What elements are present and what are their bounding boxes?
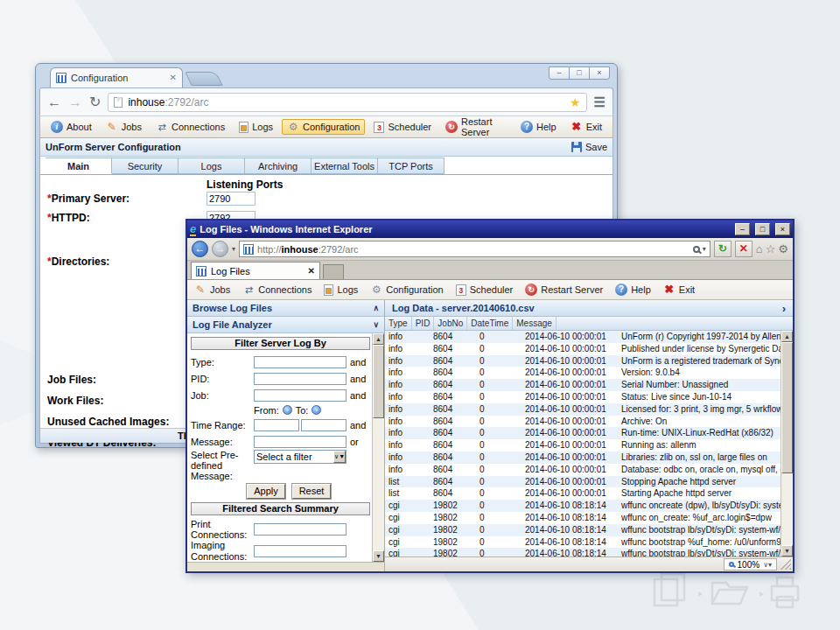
app-nav-item[interactable]: Restart Server [523, 283, 605, 297]
menu-icon[interactable]: ☰ [594, 94, 606, 110]
table-row[interactable]: info 8604 0 2014-06-10 00:00:01 Librarie… [385, 452, 780, 464]
app-nav-item[interactable]: Restart Server [440, 115, 512, 139]
scrollbar-thumb[interactable] [373, 345, 384, 418]
back-icon[interactable]: ← [47, 95, 61, 109]
table-row[interactable]: cgi 19802 0 2014-06-10 08:18:14 wffunc o… [385, 500, 780, 512]
bookmark-star-icon[interactable]: ★ [570, 95, 581, 109]
chevron-down-icon[interactable]: ▼ [333, 451, 346, 463]
table-row[interactable]: info 8604 0 2014-06-10 00:00:01 Version:… [385, 367, 780, 379]
config-tab[interactable]: TCP Ports [378, 158, 444, 174]
forward-icon[interactable]: → [68, 95, 82, 109]
close-icon[interactable]: × [589, 66, 610, 80]
table-row[interactable]: list 8604 0 2014-06-10 00:00:01 Stopping… [385, 476, 780, 488]
scrollbar-thumb[interactable] [781, 342, 793, 473]
favorites-star-icon[interactable]: ☆ [766, 243, 776, 256]
address-bar[interactable]: inhouse:2792/arc ★ [108, 93, 586, 112]
table-row[interactable]: info 8604 0 2014-06-10 00:00:01 UnForm i… [385, 355, 780, 368]
ie-address-bar[interactable]: http://inhouse:2792/arc ▾ [239, 241, 710, 257]
app-nav-item[interactable]: Configuration [282, 119, 365, 135]
app-nav-item[interactable]: Configuration [368, 283, 444, 297]
summary-input[interactable] [254, 545, 346, 557]
config-tab[interactable]: Logs [178, 158, 245, 174]
config-tab[interactable]: Archiving [245, 158, 312, 174]
search-dropdown-icon[interactable]: ▾ [703, 245, 706, 253]
chrome-titlebar[interactable]: Configuration ✕ – □ × [39, 64, 613, 88]
history-dropdown-icon[interactable]: ▾ [232, 245, 235, 253]
app-nav-item[interactable]: Logs [234, 120, 278, 135]
app-nav-item[interactable]: Scheduler [368, 120, 437, 135]
table-row[interactable]: info 8604 0 2014-06-10 00:00:01 Publishe… [385, 343, 780, 355]
app-nav-item[interactable]: Scheduler [454, 284, 515, 297]
app-nav-item[interactable]: Exit [662, 283, 696, 297]
save-button[interactable]: Save [571, 142, 607, 152]
app-nav-item[interactable]: Connections [150, 119, 230, 135]
to-time-picker-icon[interactable]: › [312, 405, 321, 415]
table-row[interactable]: info 8604 0 2014-06-10 00:00:01 Running … [385, 439, 780, 452]
table-row[interactable]: list 8604 0 2014-06-10 00:00:01 Starting… [385, 487, 780, 500]
new-tab-button[interactable] [323, 264, 344, 279]
forward-icon[interactable]: → [212, 241, 228, 257]
minimize-icon[interactable]: – [549, 66, 570, 80]
chevron-right-icon[interactable]: › [782, 302, 786, 315]
chrome-tab-configuration[interactable]: Configuration ✕ [50, 67, 183, 88]
primary-server-input[interactable] [206, 192, 256, 206]
config-tab[interactable]: External Tools [312, 158, 378, 174]
tab-close-icon[interactable]: ✕ [170, 74, 177, 82]
app-nav-item[interactable]: Logs [322, 284, 360, 297]
table-row[interactable]: cgi 19802 0 2014-06-10 08:18:14 wffunc b… [385, 524, 780, 536]
minimize-icon[interactable]: – [735, 223, 750, 235]
from-time-picker-icon[interactable]: › [283, 405, 292, 415]
table-scrollbar[interactable]: ▲ ▼ [780, 331, 793, 556]
scroll-up-icon[interactable]: ▲ [373, 333, 384, 345]
table-row[interactable]: info 8604 0 2014-06-10 00:00:01 Status: … [385, 391, 780, 403]
resize-grip[interactable] [780, 559, 791, 570]
close-icon[interactable]: × [775, 223, 790, 235]
table-row[interactable]: info 8604 0 2014-06-10 00:00:01 Serial N… [385, 379, 780, 391]
stop-icon[interactable]: ✕ [735, 241, 752, 257]
ie-tab-log-files[interactable]: Log Files ✕ [191, 262, 320, 279]
app-nav-item[interactable]: Jobs [192, 283, 232, 297]
app-nav-item[interactable]: Help [515, 119, 562, 135]
scroll-down-icon[interactable]: ▼ [781, 545, 793, 556]
app-nav-item[interactable]: Jobs [101, 119, 147, 135]
app-nav-item[interactable]: Help [613, 283, 653, 297]
scroll-down-icon[interactable]: ▼ [373, 550, 384, 562]
zoom-control[interactable]: 100% ▾ [724, 558, 777, 570]
table-row[interactable]: info 8604 0 2014-06-10 00:00:01 Run-time… [385, 427, 780, 439]
time-range-from-input[interactable] [254, 419, 299, 431]
message-input[interactable] [254, 436, 346, 448]
sidebar-section-header[interactable]: Log File Analyzer [187, 317, 384, 333]
app-nav-item[interactable]: Connections [241, 283, 313, 297]
back-icon[interactable]: ← [192, 241, 208, 257]
app-nav-item[interactable]: Exit [565, 119, 607, 135]
table-row[interactable]: cgi 19802 0 2014-06-10 08:18:14 wffunc o… [385, 512, 780, 524]
refresh-icon[interactable]: ↻ [714, 241, 732, 257]
filter-input[interactable] [254, 389, 346, 402]
search-icon[interactable] [693, 246, 700, 253]
config-tab[interactable]: Security [112, 158, 178, 174]
scroll-up-icon[interactable]: ▲ [781, 331, 793, 342]
table-row[interactable]: info 8604 0 2014-06-10 00:00:01 Archive:… [385, 416, 780, 428]
sidebar-section-header[interactable]: Browse Log Files [187, 300, 384, 317]
table-row[interactable]: info 8604 0 2014-06-10 00:00:01 Licensed… [385, 403, 780, 416]
summary-input[interactable] [254, 523, 346, 536]
apply-button[interactable]: Apply [247, 484, 285, 499]
table-row[interactable]: info 8604 0 2014-06-10 00:00:01 Database… [385, 464, 780, 476]
gear-icon[interactable]: ⚙ [778, 243, 788, 256]
config-tab[interactable]: Main [46, 158, 112, 174]
chevron-down-icon[interactable]: ▾ [763, 561, 772, 569]
log-data-header[interactable]: Log Data - server.20140610.csv › [385, 300, 793, 317]
app-nav-item[interactable]: About [46, 119, 97, 135]
time-range-to-input[interactable] [301, 419, 346, 431]
predefined-select[interactable]: Select a filter ▼ [254, 450, 346, 464]
table-row[interactable]: info 8604 0 2014-06-10 00:00:01 UnForm (… [385, 331, 780, 343]
filter-input[interactable] [254, 356, 346, 368]
filter-input[interactable] [254, 373, 346, 385]
table-row[interactable]: cgi 19802 0 2014-06-10 08:18:14 wffunc b… [385, 548, 780, 556]
home-icon[interactable]: ⌂ [756, 243, 763, 256]
new-tab-button[interactable] [185, 72, 222, 86]
maximize-icon[interactable]: □ [755, 223, 770, 235]
maximize-icon[interactable]: □ [569, 66, 590, 80]
sidebar-scrollbar[interactable]: ▲ ▼ [372, 333, 384, 562]
reset-button[interactable]: Reset [292, 484, 331, 499]
